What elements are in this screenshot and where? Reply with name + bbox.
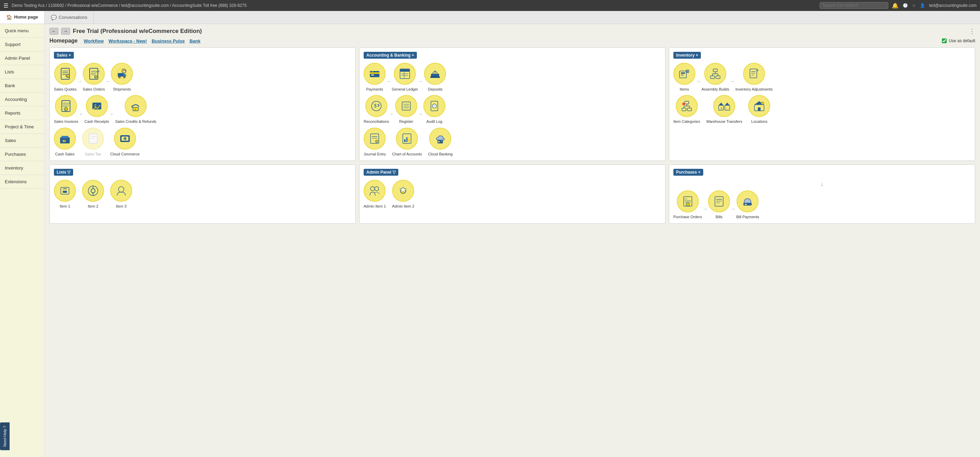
svg-rect-81 <box>716 76 720 79</box>
user-icon[interactable]: 👤 <box>920 3 925 8</box>
nav-forward-button[interactable]: → <box>61 28 70 35</box>
sidebar-item-extensions[interactable]: Extensions <box>0 175 44 189</box>
lists-icon-2 <box>82 180 104 202</box>
items-icon <box>673 63 695 85</box>
purchases-panel-header[interactable]: Purchases + <box>673 169 703 176</box>
use-default-checkbox[interactable] <box>942 38 947 43</box>
cloud-commerce-item[interactable]: $ Cloud Commerce <box>110 128 140 156</box>
accounting-panel-header[interactable]: Accounting & Banking + <box>364 52 417 59</box>
deposits-item[interactable]: Deposits <box>424 63 446 92</box>
journal-entry-item[interactable]: $ Journal Entry <box>364 128 386 156</box>
sidebar-item-support[interactable]: Support <box>0 38 44 51</box>
items-item[interactable]: Items <box>673 63 695 92</box>
bill-payments-icon <box>737 190 759 213</box>
admin-item-1[interactable]: Admin Item 1 <box>364 180 386 209</box>
reconciliations-item[interactable]: $ Reconciliations <box>364 95 389 124</box>
assembly-builds-item[interactable]: Assembly Builds <box>702 63 729 92</box>
lists-item-3[interactable]: Item 3 <box>110 180 132 209</box>
cash-receipts-icon: $ <box>86 95 108 117</box>
purchase-orders-item[interactable]: PO+ Purchase Orders <box>673 190 702 219</box>
register-item[interactable]: Register <box>395 95 417 124</box>
sales-orders-icon: ORDER$ <box>83 63 105 85</box>
lists-item-2[interactable]: Item 2 <box>82 180 104 209</box>
register-icon <box>395 95 417 117</box>
svg-point-114 <box>375 187 379 191</box>
inventory-adjustments-item[interactable]: + Inventory Adjustments <box>735 63 773 92</box>
search-input[interactable] <box>819 2 888 9</box>
lists-panel-header[interactable]: Lists ▽ <box>54 169 73 176</box>
bills-item[interactable]: Bills <box>708 190 730 219</box>
workflow-link[interactable]: Workflow <box>84 38 104 44</box>
chart-accounts-item[interactable]: Chart of Accounts <box>392 128 422 156</box>
sales-credits-item[interactable]: $ Sales Credits & Refunds <box>115 95 156 124</box>
sidebar-item-admin-panel[interactable]: Admin Panel <box>0 51 44 65</box>
star-icon[interactable]: ☆ <box>912 3 916 8</box>
cash-sales-item[interactable]: $ Cash Sales <box>54 128 76 156</box>
item-categories-item[interactable]: Item Categories <box>673 95 700 124</box>
items-label: Items <box>680 87 689 92</box>
audit-log-item[interactable]: ? Audit Log <box>423 95 445 124</box>
sales-quotes-label: Sales Quotes <box>54 87 76 92</box>
more-options-icon[interactable]: ⋮ <box>969 27 975 35</box>
homepage-label: Homepage <box>49 38 78 44</box>
svg-rect-44 <box>371 75 374 76</box>
sidebar-item-project-time[interactable]: Project & Time <box>0 120 44 134</box>
admin-item-2[interactable]: Admin Item 2 <box>392 180 414 209</box>
svg-text:$: $ <box>372 70 373 72</box>
warehouse-transfers-item[interactable]: $ Warehouse Transfers <box>706 95 742 124</box>
need-help-button[interactable]: Need Help ? <box>0 422 10 450</box>
svg-text:PO: PO <box>685 198 687 200</box>
sales-invoices-item[interactable]: INVOICE$ Sales Invoices <box>54 95 78 124</box>
svg-rect-100 <box>725 105 730 110</box>
sidebar-item-sales[interactable]: Sales <box>0 134 44 148</box>
sidebar-item-accounting[interactable]: Accounting <box>0 93 44 106</box>
tab-conversations[interactable]: 💬 Conversations <box>45 11 94 24</box>
sales-panel-header[interactable]: Sales + <box>54 52 74 59</box>
sidebar-item-purchases[interactable]: Purchases <box>0 148 44 161</box>
svg-point-17 <box>119 77 120 78</box>
bank-link[interactable]: Bank <box>189 38 200 44</box>
tab-homepage[interactable]: 🏠 Home page <box>0 11 45 24</box>
locations-item[interactable]: $ Locations <box>748 95 770 124</box>
content-area: ← → Free Trial (Professional w/eCommerce… <box>45 24 980 457</box>
sidebar-item-quick-menu[interactable]: Quick menu <box>0 24 44 38</box>
sales-tax-item[interactable]: Sales Tax <box>82 128 104 156</box>
arrow-a1: → <box>386 79 392 92</box>
sales-quotes-item[interactable]: $ Sales Quotes <box>54 63 76 92</box>
payments-item[interactable]: $ Payments <box>364 63 386 92</box>
svg-text:$: $ <box>124 138 125 140</box>
sales-row-3: $ Cash Sales → Sales Tax → $ <box>54 128 351 156</box>
purchases-panel: Purchases + ↓ PO+ Purchase Orders → <box>669 164 975 224</box>
svg-rect-35 <box>89 134 97 143</box>
lists-item-1[interactable]: Item 1 <box>54 180 76 209</box>
cloud-banking-icon <box>429 128 451 149</box>
bill-payments-item[interactable]: Bill Payments <box>736 190 759 219</box>
sales-tax-label: Sales Tax <box>85 152 101 156</box>
sidebar-item-reports[interactable]: Reports <box>0 106 44 120</box>
sales-invoices-icon: INVOICE$ <box>55 95 77 117</box>
business-pulse-link[interactable]: Business Pulse <box>152 38 185 44</box>
history-icon[interactable]: 🕐 <box>903 3 908 8</box>
sidebar-item-inventory[interactable]: Inventory <box>0 161 44 175</box>
inventory-panel-header[interactable]: Inventory + <box>673 52 701 59</box>
bell-icon[interactable]: 🔔 <box>892 2 899 9</box>
menu-icon[interactable]: ☰ <box>3 2 8 9</box>
sidebar-item-lists[interactable]: Lists <box>0 65 44 79</box>
svg-text:ORDER: ORDER <box>91 70 100 73</box>
nav-back-button[interactable]: ← <box>49 28 58 35</box>
sales-invoices-label: Sales Invoices <box>54 119 78 124</box>
cloud-banking-item[interactable]: Cloud Banking <box>428 128 453 156</box>
tab-homepage-label: Home page <box>14 14 38 19</box>
general-ledger-item[interactable]: General Ledger <box>392 63 418 92</box>
sidebar-item-bank[interactable]: Bank <box>0 79 44 93</box>
svg-rect-73 <box>438 141 439 142</box>
sales-orders-item[interactable]: ORDER$ Sales Orders <box>83 63 105 92</box>
cash-receipts-item[interactable]: $ Cash Receipts <box>84 95 109 124</box>
admin-panel-header[interactable]: Admin Panel ▽ <box>364 169 398 176</box>
workspace-link[interactable]: Workspace - New! <box>108 38 147 44</box>
use-default: Use as default <box>942 38 975 43</box>
shipments-item[interactable]: ⏰ Shipments <box>111 63 133 92</box>
page-header: Homepage Workflow Workspace - New! Busin… <box>49 38 975 44</box>
arrow-a4: → <box>417 111 423 124</box>
user-email: ted@accountingsuite.com <box>929 3 977 8</box>
